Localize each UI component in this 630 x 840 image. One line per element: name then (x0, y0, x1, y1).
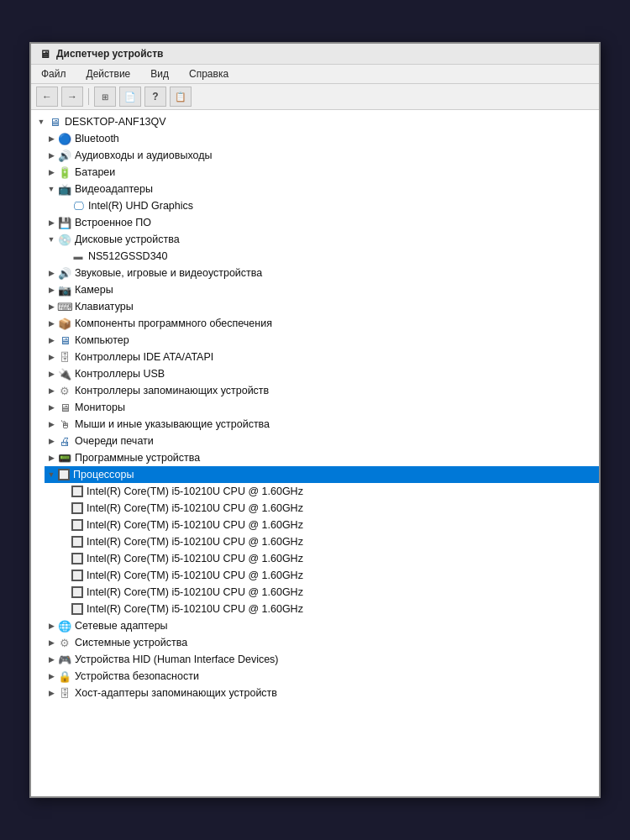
tree-item-23[interactable]: Intel(R) Core(TM) i5-10210U CPU @ 1.60GH… (58, 517, 599, 533)
item-label-22: Intel(R) Core(TM) i5-10210U CPU @ 1.60GH… (87, 501, 303, 516)
expander-16: ▶ (45, 401, 58, 414)
item-icon-8: 🔊 (58, 266, 71, 280)
item-label-26: Intel(R) Core(TM) i5-10210U CPU @ 1.60GH… (87, 568, 303, 583)
device-tree: ▼ 🖥 DESKTOP-ANF13QV ▶🔵Bluetooth▶🔊Аудиовх… (31, 110, 599, 796)
root-expander: ▼ (34, 115, 48, 129)
menu-file[interactable]: Файл (34, 66, 73, 81)
expander-31: ▶ (45, 653, 58, 666)
tree-item-21[interactable]: Intel(R) Core(TM) i5-10210U CPU @ 1.60GH… (58, 483, 599, 500)
tree-item-18[interactable]: ▶🖨Очереди печати (45, 433, 599, 449)
extra-button[interactable]: 📋 (170, 87, 192, 107)
expander-3: ▼ (45, 182, 58, 196)
tree-item-26[interactable]: Intel(R) Core(TM) i5-10210U CPU @ 1.60GH… (58, 567, 599, 584)
tree-item-15[interactable]: ▶⚙Контроллеры запоминающих устройств (45, 382, 599, 399)
tree-item-33[interactable]: ▶🗄Хост-адаптеры запоминающих устройств (45, 685, 599, 701)
expander-26 (58, 569, 71, 582)
back-button[interactable]: ← (36, 87, 58, 107)
item-icon-22 (71, 502, 83, 514)
tree-item-6[interactable]: ▼💿Дисковые устройства (45, 231, 599, 248)
tree-item-31[interactable]: ▶🎮Устройства HID (Human Interface Device… (45, 651, 599, 668)
expander-19: ▶ (45, 451, 58, 465)
tree-item-5[interactable]: ▶💾Встроенное ПО (45, 214, 599, 231)
tree-item-3[interactable]: ▼📺Видеоадаптеры (45, 181, 599, 197)
item-label-5: Встроенное ПО (75, 215, 151, 230)
item-label-10: Клавиатуры (75, 299, 134, 314)
item-icon-24 (71, 536, 83, 548)
item-label-28: Intel(R) Core(TM) i5-10210U CPU @ 1.60GH… (87, 601, 303, 617)
expander-13: ▶ (45, 350, 58, 364)
item-icon-17: 🖱 (58, 417, 71, 431)
expander-1: ▶ (45, 149, 58, 162)
tree-item-7[interactable]: ▬NS512GSSD340 (58, 248, 599, 265)
tree-item-0[interactable]: ▶🔵Bluetooth (45, 130, 599, 147)
expander-29: ▶ (45, 619, 58, 633)
item-label-15: Контроллеры запоминающих устройств (75, 383, 269, 398)
expander-9: ▶ (45, 283, 58, 297)
expander-28 (58, 602, 71, 616)
tree-item-10[interactable]: ▶⌨Клавиатуры (45, 298, 599, 315)
item-label-16: Мониторы (75, 400, 125, 415)
expander-4 (58, 199, 71, 213)
update-button[interactable]: 📄 (119, 87, 141, 107)
tree-item-1[interactable]: ▶🔊Аудиовходы и аудиовыходы (45, 147, 599, 164)
forward-button[interactable]: → (61, 87, 83, 107)
tree-item-11[interactable]: ▶📦Компоненты программного обеспечения (45, 315, 599, 332)
tree-item-28[interactable]: Intel(R) Core(TM) i5-10210U CPU @ 1.60GH… (58, 601, 599, 617)
item-label-2: Батареи (75, 165, 115, 180)
menu-action[interactable]: Действие (80, 66, 138, 81)
item-icon-5: 💾 (58, 216, 71, 229)
item-label-23: Intel(R) Core(TM) i5-10210U CPU @ 1.60GH… (87, 517, 303, 533)
item-icon-13: 🗄 (58, 350, 71, 364)
menu-bar: Файл Действие Вид Справка (31, 65, 599, 84)
item-icon-18: 🖨 (58, 434, 71, 448)
item-label-8: Звуковые, игровые и видеоустройства (75, 265, 262, 281)
tree-item-27[interactable]: Intel(R) Core(TM) i5-10210U CPU @ 1.60GH… (58, 584, 599, 601)
item-label-12: Компьютер (75, 333, 129, 348)
expander-0: ▶ (45, 132, 58, 145)
tree-item-32[interactable]: ▶🔒Устройства безопасности (45, 668, 599, 685)
tree-item-12[interactable]: ▶🖥Компьютер (45, 332, 599, 349)
tree-item-9[interactable]: ▶📷Камеры (45, 281, 599, 298)
tree-item-8[interactable]: ▶🔊Звуковые, игровые и видеоустройства (45, 265, 599, 281)
tree-item-22[interactable]: Intel(R) Core(TM) i5-10210U CPU @ 1.60GH… (58, 500, 599, 517)
item-icon-2: 🔋 (58, 165, 71, 179)
expander-12: ▶ (45, 333, 58, 347)
item-icon-1: 🔊 (58, 149, 71, 162)
item-icon-31: 🎮 (58, 653, 71, 666)
menu-view[interactable]: Вид (144, 66, 176, 81)
tree-item-2[interactable]: ▶🔋Батареи (45, 164, 599, 181)
item-icon-32: 🔒 (58, 669, 71, 683)
tree-item-19[interactable]: ▶📟Программные устройства (45, 449, 599, 466)
item-label-3: Видеоадаптеры (75, 181, 153, 197)
tree-item-14[interactable]: ▶🔌Контроллеры USB (45, 365, 599, 382)
item-label-13: Контроллеры IDE ATA/ATAPI (75, 349, 213, 365)
toolbar: ← → ⊞ 📄 ? 📋 (31, 84, 599, 110)
properties-button[interactable]: ⊞ (94, 87, 116, 107)
tree-item-13[interactable]: ▶🗄Контроллеры IDE ATA/ATAPI (45, 349, 599, 365)
help-button[interactable]: ? (144, 87, 166, 107)
item-icon-20 (58, 469, 70, 480)
expander-23 (58, 518, 71, 532)
tree-item-16[interactable]: ▶🖥Мониторы (45, 399, 599, 416)
item-icon-0: 🔵 (58, 132, 71, 145)
item-label-1: Аудиовходы и аудиовыходы (75, 148, 212, 163)
tree-item-4[interactable]: 🖵Intel(R) UHD Graphics (58, 197, 599, 214)
expander-18: ▶ (45, 434, 58, 448)
tree-root[interactable]: ▼ 🖥 DESKTOP-ANF13QV (34, 113, 599, 130)
item-icon-6: 💿 (58, 233, 71, 246)
item-icon-33: 🗄 (58, 686, 71, 700)
tree-item-20[interactable]: ▼Процессоры (45, 466, 599, 483)
item-label-31: Устройства HID (Human Interface Devices) (75, 652, 279, 667)
item-icon-14: 🔌 (58, 367, 71, 381)
item-label-6: Дисковые устройства (75, 232, 180, 247)
tree-item-17[interactable]: ▶🖱Мыши и иные указывающие устройства (45, 416, 599, 433)
tree-item-29[interactable]: ▶🌐Сетевые адаптеры (45, 617, 599, 634)
menu-help[interactable]: Справка (182, 66, 235, 81)
tree-item-24[interactable]: Intel(R) Core(TM) i5-10210U CPU @ 1.60GH… (58, 533, 599, 550)
tree-item-30[interactable]: ▶⚙Системные устройства (45, 634, 599, 651)
tree-item-25[interactable]: Intel(R) Core(TM) i5-10210U CPU @ 1.60GH… (58, 550, 599, 567)
item-icon-16: 🖥 (58, 401, 71, 414)
item-icon-12: 🖥 (58, 333, 71, 347)
expander-2: ▶ (45, 165, 58, 179)
expander-5: ▶ (45, 216, 58, 229)
